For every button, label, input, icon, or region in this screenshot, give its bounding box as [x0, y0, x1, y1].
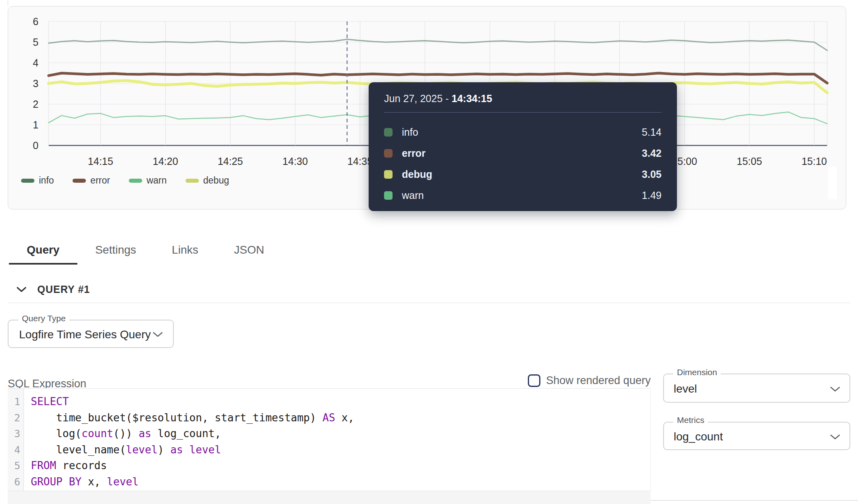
tooltip-divider — [384, 112, 662, 113]
metrics-value: log_count — [674, 430, 723, 443]
legend-item-debug[interactable]: debug — [186, 175, 229, 186]
tooltip-series-label: info — [402, 126, 418, 138]
chevron-down-icon — [153, 332, 163, 339]
query-type-value: Logfire Time Series Query — [19, 328, 151, 341]
code-line: log(count()) as log_count, — [31, 426, 354, 442]
tooltip-series-value: 5.14 — [642, 126, 662, 138]
sql-code-editor[interactable]: 123456 SELECT time_bucket($resolution, s… — [8, 388, 651, 491]
tooltip-series-label: debug — [402, 169, 432, 180]
line-number-gutter: 123456 — [8, 389, 24, 491]
dashboard-panel-editor: 012345614:1514:2014:2514:3014:3514:4014:… — [0, 0, 858, 504]
tab-settings[interactable]: Settings — [77, 237, 154, 263]
legend-item-error[interactable]: error — [73, 175, 110, 186]
tooltip-series-value: 3.05 — [642, 169, 662, 180]
legend-swatch-icon — [186, 179, 199, 183]
x-tick-label: 14:15 — [88, 156, 113, 167]
y-tick-label: 3 — [33, 78, 38, 89]
series-swatch-icon — [384, 170, 393, 179]
tab-links[interactable]: Links — [154, 237, 216, 263]
tabs: QuerySettingsLinksJSON — [9, 237, 282, 263]
tooltip-row-error: error3.42 — [384, 143, 662, 164]
legend-label: warn — [147, 175, 167, 186]
line-number: 3 — [8, 426, 23, 442]
y-tick-label: 5 — [33, 36, 38, 48]
tooltip-series-value: 1.49 — [642, 190, 662, 201]
show-rendered-query-toggle[interactable]: Show rendered query — [528, 374, 651, 387]
x-tick-label: 14:25 — [218, 156, 243, 167]
metrics-label: Metrics — [673, 416, 708, 424]
tabs-bar: QuerySettingsLinksJSON — [0, 237, 858, 264]
line-number: 1 — [8, 394, 23, 410]
code-line: time_bucket($resolution, start_timestamp… — [31, 410, 354, 426]
legend-item-warn[interactable]: warn — [129, 175, 167, 186]
editor-bottom-strip — [8, 491, 651, 504]
legend-swatch-icon — [73, 179, 86, 183]
tooltip-row-warn: warn1.49 — [384, 185, 662, 206]
y-tick-label: 1 — [33, 119, 38, 130]
tooltip-rows: info5.14error3.42debug3.05warn1.49 — [384, 122, 662, 206]
query-section-header[interactable]: QUERY #1 — [17, 284, 90, 295]
show-rendered-query-checkbox[interactable] — [528, 374, 540, 387]
chevron-down-icon — [17, 287, 26, 293]
x-tick-label: 15:05 — [737, 156, 762, 167]
dimension-value: level — [674, 382, 697, 395]
chevron-down-icon — [830, 434, 840, 442]
x-tick-label: 14:20 — [153, 156, 178, 167]
sql-code[interactable]: SELECT time_bucket($resolution, start_ti… — [24, 389, 354, 491]
section-divider — [8, 303, 850, 303]
y-tick-label: 6 — [33, 16, 38, 27]
x-tick-label: 14:30 — [282, 156, 308, 167]
show-rendered-query-label: Show rendered query — [546, 374, 651, 387]
chart-tooltip: Jun 27, 2025 - 14:34:15 info5.14error3.4… — [369, 82, 677, 211]
chevron-down-icon — [830, 387, 840, 394]
tab-query[interactable]: Query — [9, 237, 77, 263]
line-number: 4 — [8, 442, 23, 458]
y-tick-label: 2 — [33, 98, 38, 110]
line-number: 6 — [8, 474, 23, 490]
legend-label: info — [39, 175, 54, 186]
legend-item-info[interactable]: info — [21, 175, 54, 186]
series-swatch-icon — [384, 128, 393, 137]
series-swatch-icon — [384, 149, 393, 158]
query-type-label: Query Type — [18, 314, 69, 322]
chart-legend: infoerrorwarndebug — [21, 175, 229, 186]
tooltip-timestamp: Jun 27, 2025 - 14:34:15 — [384, 93, 662, 105]
dimension-label: Dimension — [673, 368, 721, 376]
code-line: FROM records — [31, 458, 354, 474]
legend-label: error — [90, 175, 110, 186]
x-tick-label: 15:10 — [802, 156, 827, 167]
line-number: 5 — [8, 458, 23, 474]
scrollbar-thumb[interactable] — [828, 166, 837, 199]
series-swatch-icon — [384, 191, 393, 200]
y-tick-label: 0 — [33, 140, 38, 151]
tooltip-series-label: warn — [402, 190, 424, 201]
code-line: SELECT — [31, 394, 354, 410]
tooltip-series-value: 3.42 — [642, 147, 662, 159]
legend-swatch-icon — [129, 179, 142, 183]
query-section-title: QUERY #1 — [37, 284, 90, 295]
tooltip-row-debug: debug3.05 — [384, 164, 662, 185]
tab-json[interactable]: JSON — [216, 237, 282, 263]
tooltip-series-label: error — [402, 147, 425, 159]
code-line: GROUP BY x, level — [31, 474, 354, 490]
tooltip-row-info: info5.14 — [384, 122, 662, 143]
legend-swatch-icon — [21, 179, 34, 183]
y-tick-label: 4 — [33, 57, 38, 68]
legend-label: debug — [203, 175, 229, 186]
code-line: level_name(level) as level — [31, 442, 354, 458]
line-number: 2 — [8, 410, 23, 426]
